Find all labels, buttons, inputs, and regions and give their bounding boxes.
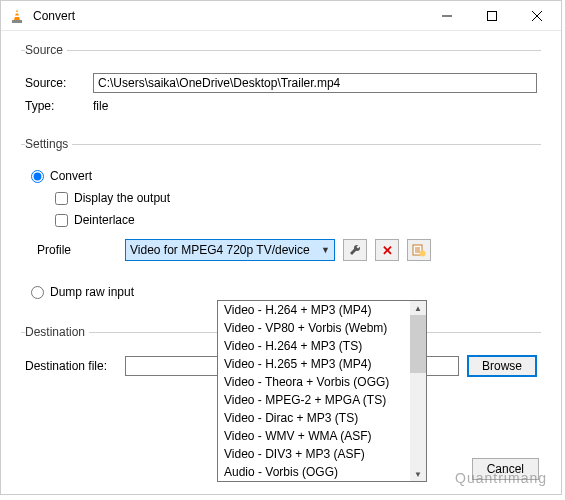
browse-button[interactable]: Browse bbox=[467, 355, 537, 377]
deinterlace-label: Deinterlace bbox=[74, 213, 135, 227]
delete-icon: ✕ bbox=[382, 243, 393, 258]
source-group: Source Source: Type: file bbox=[21, 43, 541, 125]
new-profile-icon bbox=[412, 243, 426, 257]
profile-option[interactable]: Video - VP80 + Vorbis (Webm) bbox=[218, 319, 426, 337]
delete-profile-button[interactable]: ✕ bbox=[375, 239, 399, 261]
profile-option[interactable]: Audio - Vorbis (OGG) bbox=[218, 463, 426, 481]
profile-option[interactable]: Video - DIV3 + MP3 (ASF) bbox=[218, 445, 426, 463]
source-legend: Source bbox=[25, 43, 67, 57]
scroll-up-icon[interactable]: ▲ bbox=[410, 301, 426, 315]
profile-option[interactable]: Video - H.265 + MP3 (MP4) bbox=[218, 355, 426, 373]
profile-option[interactable]: Video - MPEG-2 + MPGA (TS) bbox=[218, 391, 426, 409]
profile-label: Profile bbox=[37, 243, 117, 257]
svg-point-12 bbox=[420, 251, 426, 257]
convert-radio[interactable] bbox=[31, 170, 44, 183]
svg-rect-3 bbox=[12, 20, 22, 23]
vlc-icon bbox=[9, 8, 25, 24]
svg-marker-0 bbox=[14, 9, 20, 20]
profile-option[interactable]: Video - Dirac + MP3 (TS) bbox=[218, 409, 426, 427]
titlebar: Convert bbox=[1, 1, 561, 31]
close-button[interactable] bbox=[514, 2, 559, 30]
profile-option[interactable]: Video - WMV + WMA (ASF) bbox=[218, 427, 426, 445]
type-value: file bbox=[93, 99, 108, 113]
scrollbar-thumb[interactable] bbox=[410, 315, 426, 373]
profile-option[interactable]: Video - Theora + Vorbis (OGG) bbox=[218, 373, 426, 391]
profile-dropdown-list[interactable]: ▲ ▼ Video - H.264 + MP3 (MP4) Video - VP… bbox=[217, 300, 427, 482]
deinterlace-checkbox[interactable] bbox=[55, 214, 68, 227]
profile-combobox[interactable]: Video for MPEG4 720p TV/device ▼ bbox=[125, 239, 335, 261]
convert-radio-label: Convert bbox=[50, 169, 92, 183]
convert-dialog: Convert Source Source: Type: file Settin… bbox=[0, 0, 562, 495]
wrench-icon bbox=[348, 243, 362, 257]
scrollbar-track[interactable]: ▲ ▼ bbox=[410, 301, 426, 481]
scroll-down-icon[interactable]: ▼ bbox=[410, 467, 426, 481]
destination-file-label: Destination file: bbox=[25, 359, 117, 373]
dump-raw-label: Dump raw input bbox=[50, 285, 134, 299]
settings-group: Settings Convert Display the output Dein… bbox=[21, 137, 541, 313]
source-input[interactable] bbox=[93, 73, 537, 93]
cancel-button[interactable]: Cancel bbox=[472, 458, 539, 480]
dump-raw-radio[interactable] bbox=[31, 286, 44, 299]
display-output-checkbox[interactable] bbox=[55, 192, 68, 205]
profile-option[interactable]: Video - H.264 + MP3 (MP4) bbox=[218, 301, 426, 319]
profile-option[interactable]: Video - H.264 + MP3 (TS) bbox=[218, 337, 426, 355]
settings-legend: Settings bbox=[25, 137, 72, 151]
display-output-label: Display the output bbox=[74, 191, 170, 205]
svg-rect-2 bbox=[14, 15, 20, 17]
svg-rect-5 bbox=[487, 11, 496, 20]
svg-rect-1 bbox=[15, 12, 20, 14]
profile-selected: Video for MPEG4 720p TV/device bbox=[130, 243, 310, 257]
source-label: Source: bbox=[25, 76, 85, 90]
chevron-down-icon: ▼ bbox=[321, 245, 330, 255]
maximize-button[interactable] bbox=[469, 2, 514, 30]
minimize-button[interactable] bbox=[424, 2, 469, 30]
edit-profile-button[interactable] bbox=[343, 239, 367, 261]
type-label: Type: bbox=[25, 99, 85, 113]
new-profile-button[interactable] bbox=[407, 239, 431, 261]
destination-legend: Destination bbox=[25, 325, 89, 339]
window-title: Convert bbox=[33, 9, 424, 23]
